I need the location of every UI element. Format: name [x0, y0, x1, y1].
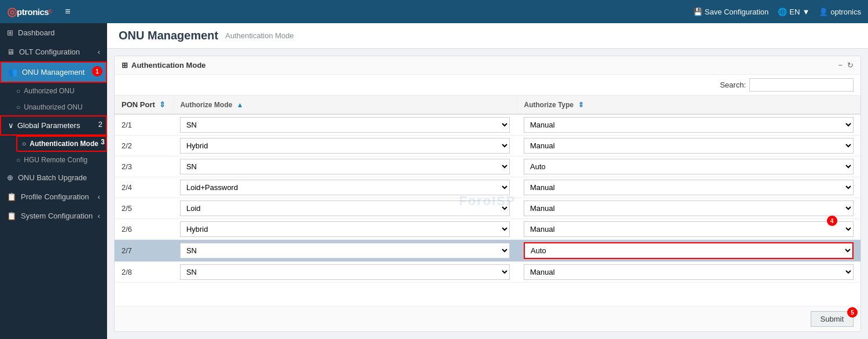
logo-text: ptronics: [17, 7, 49, 17]
refresh-button[interactable]: ↻: [847, 61, 854, 70]
chevron-down-icon: ∨: [8, 121, 14, 130]
table-row: 2/5 SNHybridLoid+PasswordLoid ManualAuto: [115, 198, 860, 219]
pon-port-cell: 2/3: [115, 156, 173, 177]
authorize-type-select[interactable]: ManualAuto: [524, 201, 854, 216]
authorize-type-select[interactable]: ManualAuto: [524, 221, 854, 237]
sidebar-item-dashboard[interactable]: ⊞ Dashboard: [0, 23, 107, 42]
authorize-mode-select[interactable]: SNHybridLoid+PasswordLoid: [180, 138, 510, 154]
pon-port-cell: 2/6: [115, 219, 173, 240]
pon-port-header: PON Port: [122, 100, 155, 109]
sidebar-item-profile-config[interactable]: 📋 Profile Configuration ‹: [0, 187, 107, 206]
table-icon: ⊞: [122, 61, 128, 70]
onu-sub-menu: ○ Authorized ONU ○ Unauthorized ONU: [0, 83, 107, 115]
authorize-mode-select[interactable]: SNHybridLoid+PasswordLoid: [180, 243, 510, 258]
page-header: ONU Management Authentication Mode: [107, 23, 868, 49]
col-authorize-mode[interactable]: Authorize Mode ▲: [173, 96, 517, 114]
mode-cell: SNHybridLoid+PasswordLoid: [173, 114, 517, 136]
minimize-button[interactable]: −: [838, 61, 843, 70]
chevron-icon: ‹: [98, 212, 100, 220]
col-pon-port[interactable]: PON Port ⇕: [115, 96, 173, 114]
authorize-type-select[interactable]: ManualAuto: [524, 117, 854, 133]
auth-mode-table: PON Port ⇕ Authorize Mode ▲ Authorize Ty…: [115, 96, 860, 283]
hgu-label: HGU Remote Config: [24, 156, 87, 164]
authorize-type-select-highlighted[interactable]: ManualAuto: [524, 242, 854, 259]
main-layout: ⊞ Dashboard 🖥 OLT Configuration ‹ 👥 ONU …: [0, 23, 868, 339]
pon-port-cell: 2/8: [115, 262, 173, 283]
card-title: ⊞ Authentication Mode: [122, 61, 206, 70]
col-authorize-type[interactable]: Authorize Type ⇕: [517, 96, 860, 114]
sidebar-item-authorized-onu[interactable]: ○ Authorized ONU: [16, 83, 107, 99]
authorize-mode-select[interactable]: SNHybridLoid+PasswordLoid: [180, 180, 510, 195]
global-params-label: Global Parameters: [17, 121, 80, 130]
badge-2: 2: [98, 120, 102, 129]
pon-port-cell: 2/5: [115, 198, 173, 219]
system-icon: 📋: [7, 212, 16, 220]
mode-cell: SNHybridLoid+PasswordLoid: [173, 219, 517, 240]
page-title: ONU Management: [119, 29, 218, 42]
authorize-type-select[interactable]: ManualAuto: [524, 264, 854, 280]
authorize-type-select[interactable]: ManualAuto: [524, 138, 854, 154]
user-menu[interactable]: 👤 optronics: [819, 8, 861, 16]
content-area: ONU Management Authentication Mode ⊞ Aut…: [107, 23, 868, 339]
authorize-mode-select[interactable]: SNHybridLoid+PasswordLoid: [180, 159, 510, 174]
table-row: 2/3 SNHybridLoid+PasswordLoid ManualAuto: [115, 156, 860, 177]
table-row: 2/4 SNHybridLoid+PasswordLoid ManualAuto: [115, 177, 860, 198]
submit-label: Submit: [821, 315, 844, 323]
page-subtitle: Authentication Mode: [225, 31, 294, 40]
table-container: ForoISP PON Port ⇕ Authorize Mode ▲: [115, 96, 860, 306]
sidebar-item-label: OLT Configuration: [19, 48, 80, 56]
main-card: ⊞ Authentication Mode − ↻ Search: ForoIS…: [114, 56, 861, 332]
sidebar-item-onu-management[interactable]: 👥 ONU Management ‹ 1: [0, 61, 107, 83]
mode-cell: SNHybridLoid+PasswordLoid: [173, 136, 517, 156]
user-icon: 👤: [819, 8, 828, 16]
submit-button[interactable]: Submit 5: [811, 311, 854, 327]
sidebar-item-olt-config[interactable]: 🖥 OLT Configuration ‹: [0, 42, 107, 61]
sidebar-item-hgu-remote-config[interactable]: ○ HGU Remote Config: [16, 152, 107, 168]
pon-port-cell: 2/7: [115, 240, 173, 262]
sidebar-global-params[interactable]: ∨ Global Parameters 2: [0, 115, 107, 136]
circle-icon: ○: [16, 103, 20, 111]
badge-1: 1: [92, 66, 102, 76]
badge-5: 5: [847, 307, 858, 318]
auth-mode-header: Authorize Mode: [180, 101, 232, 109]
profile-icon: 📋: [7, 192, 16, 201]
sidebar: ⊞ Dashboard 🖥 OLT Configuration ‹ 👥 ONU …: [0, 23, 107, 339]
globe-icon: 🌐: [778, 8, 787, 16]
authorize-mode-select[interactable]: SNHybridLoid+PasswordLoid: [180, 221, 510, 237]
type-cell: ManualAuto: [517, 114, 860, 136]
authorize-type-select[interactable]: ManualAuto: [524, 159, 854, 174]
type-cell: ManualAuto: [517, 177, 860, 198]
authorize-type-select[interactable]: ManualAuto: [524, 180, 854, 195]
authorize-mode-select[interactable]: SNHybridLoid+PasswordLoid: [180, 117, 510, 133]
language-selector[interactable]: 🌐 EN ▼: [778, 8, 810, 16]
save-config-button[interactable]: 💾 Save Configuration: [693, 8, 769, 16]
type-cell: ManualAuto: [517, 136, 860, 156]
sidebar-item-onu-batch-upgrade[interactable]: ⊕ ONU Batch Upgrade: [0, 168, 107, 187]
sidebar-item-unauthorized-onu[interactable]: ○ Unauthorized ONU: [16, 99, 107, 115]
search-bar: Search:: [115, 75, 860, 96]
sidebar-item-label: ONU Management: [22, 68, 84, 76]
table-row: 2/1 SNHybridLoid+PasswordLoid ManualAuto: [115, 114, 860, 136]
sidebar-sub-label: Unauthorized ONU: [24, 103, 82, 111]
badge-4: 4: [827, 216, 837, 226]
hamburger-icon[interactable]: ≡: [65, 6, 70, 17]
sidebar-item-authentication-mode[interactable]: ○ Authentication Mode 3: [16, 136, 107, 152]
type-cell-highlighted: ManualAuto: [517, 240, 860, 262]
logo-reg: ®: [47, 8, 52, 15]
mode-cell: SNHybridLoid+PasswordLoid: [173, 198, 517, 219]
global-params-left: ∨ Global Parameters: [8, 121, 80, 130]
chevron-icon: ‹: [98, 192, 100, 201]
pon-port-cell: 2/4: [115, 177, 173, 198]
navbar: ◎ ptronics ® ≡ 💾 Save Configuration 🌐 EN…: [0, 0, 868, 23]
card-title-text: Authentication Mode: [131, 61, 206, 70]
authorize-mode-select[interactable]: SNHybridLoid+PasswordLoid: [180, 201, 510, 216]
search-input[interactable]: [749, 78, 854, 92]
sidebar-item-system-config[interactable]: 📋 System Configuration ‹: [0, 206, 107, 225]
card-header: ⊞ Authentication Mode − ↻: [115, 56, 860, 75]
table-row-selected: 2/7 SNHybridLoid+PasswordLoid ManualAuto: [115, 240, 860, 262]
sort-icon-2: ⇕: [578, 101, 584, 109]
table-row: 2/2 SNHybridLoid+PasswordLoid ManualAuto: [115, 136, 860, 156]
authorize-mode-select[interactable]: SNHybridLoid+PasswordLoid: [180, 264, 510, 280]
sidebar-item-label: ONU Batch Upgrade: [18, 173, 87, 182]
auth-mode-label: Authentication Mode: [30, 140, 98, 148]
